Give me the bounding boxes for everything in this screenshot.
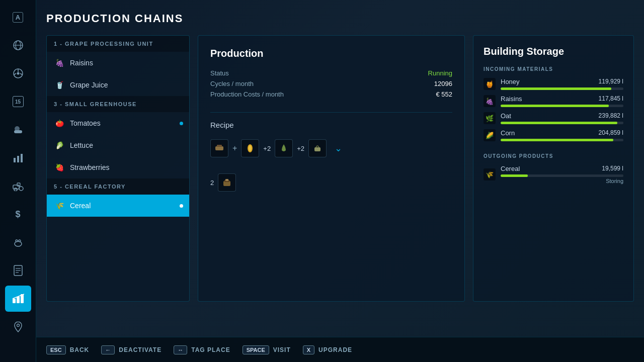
- deactivate-button[interactable]: ← DEACTIVATE: [101, 345, 162, 354]
- sidebar-item-a[interactable]: A: [5, 4, 31, 30]
- incoming-title: INCOMING MATERIALS: [484, 66, 623, 72]
- recipe-oat-icon: [275, 139, 293, 157]
- svg-point-4: [17, 72, 19, 75]
- back-key: ESC: [46, 345, 66, 354]
- storage-item-honey: 🍯 Honey 119,929 l: [484, 78, 623, 90]
- storage-title: Building Storage: [484, 46, 623, 57]
- storage-item-raisins: 🍇 Raisins 117,845 l: [484, 95, 623, 107]
- svg-point-14: [14, 188, 17, 191]
- corn-amount: 204,859 l: [599, 129, 623, 137]
- honey-bar-bg: [501, 87, 623, 90]
- lettuce-icon: 🥬: [54, 140, 65, 151]
- chain-group-header-greenhouse: 3 - SMALL GREENHOUSE: [47, 96, 189, 112]
- main-content: PRODUCTION CHAINS 1 - GRAPE PROCESSING U…: [36, 0, 644, 342]
- sidebar: A 15 $: [0, 0, 36, 362]
- cereal-dot: [180, 204, 183, 208]
- recipe-output-count: 2: [210, 179, 214, 187]
- recipe-extra-icon: [308, 139, 327, 157]
- corn-bar-bg: [501, 139, 623, 141]
- corn-icon: 🌽: [484, 129, 496, 141]
- corn-info: Corn 204,859 l: [501, 129, 623, 141]
- storing-label: Storing: [501, 178, 623, 184]
- corn-name: Corn: [501, 129, 515, 137]
- raisins-icon: 🍇: [54, 57, 65, 68]
- corn-bar: [501, 139, 613, 141]
- svg-rect-9: [14, 130, 22, 133]
- sidebar-item-location[interactable]: [5, 314, 31, 340]
- cereal-bar-bg: [501, 174, 623, 177]
- recipe-container: + +2 +2 ⌄ 2: [210, 139, 452, 192]
- chain-group-header-cereal: 5 - CEREAL FACTORY: [47, 178, 189, 195]
- sidebar-item-globe[interactable]: [5, 32, 31, 58]
- svg-rect-25: [17, 297, 20, 303]
- sidebar-item-calendar[interactable]: 15: [5, 88, 31, 115]
- chain-item-lettuce[interactable]: 🥬 Lettuce: [47, 134, 189, 156]
- oat-icon: 🌿: [484, 112, 496, 124]
- svg-rect-11: [17, 156, 19, 162]
- status-label: Status: [210, 69, 229, 77]
- svg-rect-24: [13, 299, 16, 303]
- sidebar-item-stats[interactable]: [5, 145, 31, 171]
- tag-label: TAG PLACE: [191, 346, 230, 353]
- svg-rect-33: [314, 147, 320, 151]
- stat-row-cycles: Cycles / month 12096: [210, 80, 452, 87]
- status-value: Running: [428, 69, 452, 77]
- visit-button[interactable]: SPACE VISIT: [243, 345, 291, 354]
- sidebar-item-weather[interactable]: [5, 117, 31, 143]
- stat-row-status: Status Running: [210, 69, 452, 77]
- chain-item-grape-juice[interactable]: 🥤 Grape Juice: [47, 74, 189, 96]
- honey-name-row: Honey 119,929 l: [501, 78, 623, 85]
- upgrade-label: UPGRADE: [318, 346, 352, 353]
- svg-point-19: [19, 240, 21, 242]
- cycles-value: 12096: [434, 80, 452, 87]
- recipe-formula-row: + +2 +2 ⌄: [210, 139, 452, 157]
- upgrade-key: X: [303, 345, 314, 354]
- production-stats: Status Running Cycles / month 12096 Prod…: [210, 69, 452, 98]
- upgrade-button[interactable]: X UPGRADE: [303, 345, 352, 354]
- chain-item-raisins[interactable]: 🍇 Raisins: [47, 52, 189, 74]
- recipe-arrow-icon: ⌄: [335, 143, 342, 154]
- visit-key: SPACE: [243, 345, 269, 354]
- costs-value: € 552: [436, 90, 452, 98]
- costs-label: Production Costs / month: [210, 90, 284, 98]
- tag-key: ↔: [174, 345, 187, 354]
- chain-item-cereal[interactable]: 🌾 Cereal: [47, 195, 189, 217]
- storage-item-cereal: 🌾 Cereal 19,599 l Storing: [484, 165, 623, 184]
- storage-cereal-icon: 🌾: [484, 168, 496, 180]
- tomatoes-icon: 🍅: [54, 118, 65, 129]
- sidebar-item-contracts[interactable]: [5, 257, 31, 284]
- sidebar-item-animals[interactable]: [5, 229, 31, 255]
- honey-name: Honey: [501, 78, 520, 85]
- svg-rect-12: [21, 154, 23, 162]
- production-chains-panel: 1 - GRAPE PROCESSING UNIT 🍇 Raisins 🥤 Gr…: [46, 35, 190, 302]
- storage-panel: Building Storage INCOMING MATERIALS 🍯 Ho…: [473, 35, 634, 302]
- stat-row-costs: Production Costs / month € 552: [210, 90, 452, 98]
- honey-amount: 119,929 l: [599, 78, 623, 85]
- oat-name: Oat: [501, 112, 511, 120]
- cereal-info: Cereal 19,599 l Storing: [501, 165, 623, 184]
- visit-label: VISIT: [273, 346, 291, 353]
- sidebar-item-tractor[interactable]: [5, 173, 31, 199]
- svg-point-17: [15, 241, 22, 246]
- recipe-title: Recipe: [210, 121, 452, 129]
- svg-rect-29: [215, 146, 223, 150]
- recipe-output-icon: [218, 173, 236, 192]
- outgoing-title: OUTGOING PRODUCTS: [484, 153, 623, 159]
- storage-raisins-icon: 🍇: [484, 95, 496, 107]
- tag-place-button[interactable]: ↔ TAG PLACE: [174, 345, 230, 354]
- oat-info: Oat 239,882 l: [501, 112, 623, 124]
- sidebar-item-steering[interactable]: [5, 60, 31, 86]
- corn-name-row: Corn 204,859 l: [501, 129, 623, 137]
- back-label: BACK: [70, 346, 90, 353]
- svg-point-28: [17, 324, 19, 327]
- back-button[interactable]: ESC BACK: [46, 345, 89, 354]
- chain-item-strawberries[interactable]: 🍓 Strawberries: [47, 156, 189, 178]
- deactivate-label: DEACTIVATE: [119, 346, 162, 353]
- sidebar-item-production[interactable]: [5, 286, 31, 312]
- raisins-amount: 117,845 l: [599, 95, 623, 103]
- storage-item-oat: 🌿 Oat 239,882 l: [484, 112, 623, 124]
- divider: [210, 112, 452, 113]
- sidebar-item-economy[interactable]: $: [5, 201, 31, 227]
- chain-item-tomatoes[interactable]: 🍅 Tomatoes: [47, 112, 189, 134]
- cereal-name-row: Cereal 19,599 l: [501, 165, 623, 172]
